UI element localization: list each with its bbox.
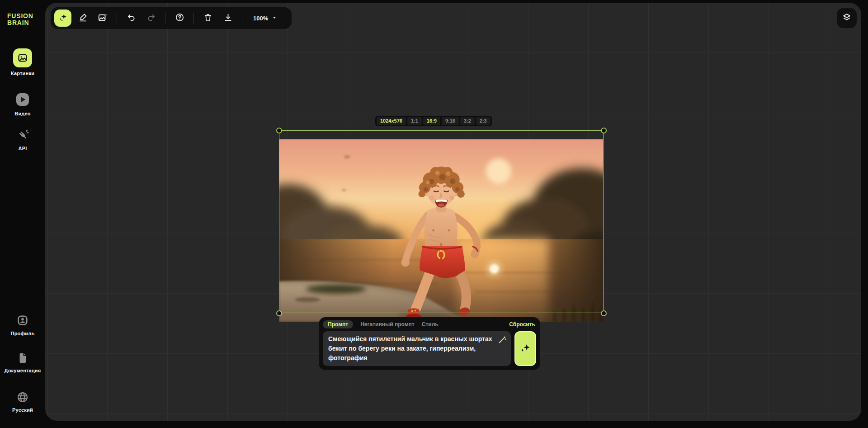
prompt-tabs: Промпт Негативный промпт Стиль Сбросить <box>323 320 536 331</box>
sidebar-item-label: Профиль <box>1 331 44 336</box>
toolbar-divider <box>242 13 242 24</box>
redo-icon <box>146 13 156 24</box>
sidebar-item-label: Картинки <box>1 71 44 76</box>
tab-prompt[interactable]: Промпт <box>323 320 353 328</box>
canvas-area[interactable]: 100% 1024x576 1:1 16:9 9:16 3:2 2:3 <box>45 3 861 421</box>
tab-style[interactable]: Стиль <box>422 321 439 328</box>
sidebar-item-label: API <box>1 146 44 151</box>
magic-wand-icon[interactable] <box>498 335 507 347</box>
ratio-chip-16-9[interactable]: 16:9 <box>423 117 440 125</box>
image-sparkle-icon <box>98 13 108 24</box>
toolbar-divider <box>193 13 194 24</box>
sidebar-item-label: Документация <box>1 368 44 373</box>
toolbar: 100% <box>51 7 292 29</box>
aspect-ratio-bar: 1024x576 1:1 16:9 9:16 3:2 2:3 <box>375 116 492 126</box>
layers-button[interactable] <box>837 8 857 28</box>
sidebar: FUSION BRAIN Картинки Видео <box>0 0 45 428</box>
download-button[interactable] <box>219 10 236 27</box>
delete-button[interactable] <box>199 10 217 27</box>
prompt-panel: Промпт Негативный промпт Стиль Сбросить … <box>319 317 540 370</box>
image-edit-tool-button[interactable] <box>94 10 111 27</box>
redo-button[interactable] <box>142 10 160 27</box>
prompt-text: Смеющийся пятилетний мальчик в красных ш… <box>328 335 492 361</box>
generated-image[interactable] <box>279 139 604 322</box>
video-icon <box>15 92 30 107</box>
document-icon <box>16 352 29 364</box>
sparkles-icon <box>519 342 531 355</box>
undo-button[interactable] <box>123 10 140 27</box>
sidebar-item-docs[interactable]: Документация <box>0 352 45 373</box>
image-icon <box>13 48 32 67</box>
download-icon <box>223 13 233 24</box>
prompt-input[interactable]: Смеющийся пятилетний мальчик в красных ш… <box>323 331 511 366</box>
zoom-level-value: 100% <box>253 15 268 22</box>
ratio-chip-1-1[interactable]: 1:1 <box>407 117 422 125</box>
toolbar-divider <box>117 13 117 24</box>
ratio-chip-3-2[interactable]: 3:2 <box>460 117 475 125</box>
resize-handle-top-left[interactable] <box>276 128 282 133</box>
sidebar-item-video[interactable]: Видео <box>0 92 45 116</box>
sidebar-item-label: Русский <box>1 407 44 413</box>
sidebar-item-api[interactable]: API <box>0 128 45 151</box>
trash-icon <box>203 13 212 24</box>
resize-handle-bottom-left[interactable] <box>276 310 282 316</box>
resize-handle-top-right[interactable] <box>601 128 607 133</box>
ratio-chip-9-16[interactable]: 9:16 <box>442 117 459 125</box>
sidebar-item-language[interactable]: Русский <box>0 391 45 413</box>
chevron-down-icon <box>272 15 277 22</box>
size-chip[interactable]: 1024x576 <box>377 117 406 125</box>
generate-tool-button[interactable] <box>54 10 71 27</box>
reset-button[interactable]: Сбросить <box>509 321 535 328</box>
undo-icon <box>127 13 136 24</box>
globe-icon <box>16 391 29 404</box>
profile-icon <box>16 314 29 327</box>
eraser-icon <box>78 13 88 24</box>
sidebar-item-images[interactable]: Картинки <box>0 48 45 76</box>
tab-negative-prompt[interactable]: Негативный промпт <box>360 321 415 328</box>
sidebar-item-profile[interactable]: Профиль <box>0 314 45 336</box>
resize-handle-bottom-right[interactable] <box>601 310 607 316</box>
brand-logo[interactable]: FUSION BRAIN <box>7 13 33 27</box>
toolbar-divider <box>165 13 165 24</box>
plug-icon <box>16 128 29 142</box>
help-button[interactable] <box>171 10 188 27</box>
ratio-chip-2-3[interactable]: 2:3 <box>476 117 491 125</box>
generate-button[interactable] <box>514 331 536 366</box>
brand-line2: BRAIN <box>7 19 33 26</box>
sidebar-item-label: Видео <box>1 111 44 116</box>
eraser-tool-button[interactable] <box>74 10 91 27</box>
layers-icon <box>842 13 852 24</box>
sparkles-icon <box>58 13 68 24</box>
help-icon <box>175 13 184 24</box>
brand-line1: FUSION <box>7 13 33 19</box>
zoom-level-dropdown[interactable]: 100% <box>250 15 281 22</box>
